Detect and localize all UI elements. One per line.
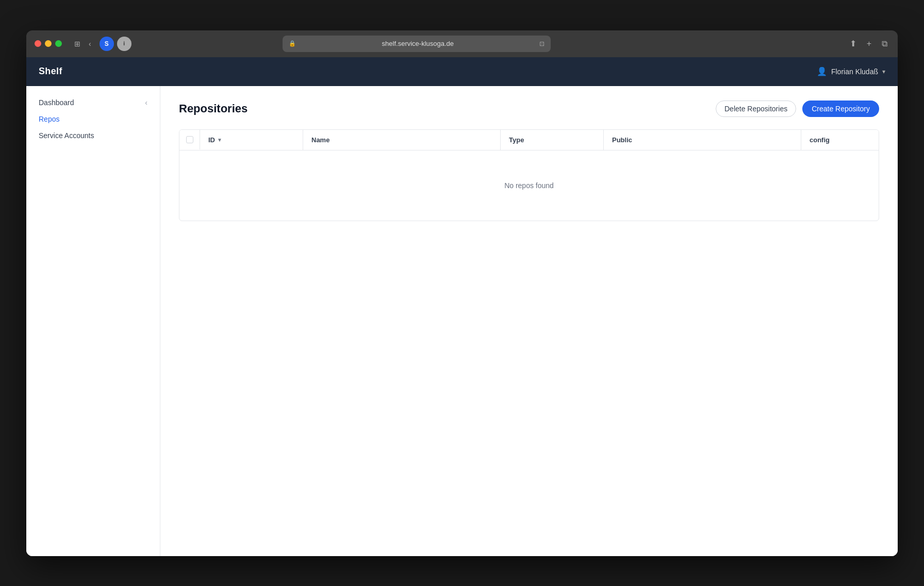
column-config-label: config [810,136,830,144]
column-type-label: Type [509,136,524,144]
user-icon: 👤 [817,66,827,76]
empty-message: No repos found [504,181,554,190]
traffic-lights [35,40,62,47]
shelf-tab[interactable]: S [100,37,114,51]
info-tab-label: i [123,41,125,46]
sidebar-collapse-btn[interactable]: ‹ [145,98,147,107]
sort-icon: ▼ [217,137,222,143]
page-title: Repositories [179,102,248,115]
column-config[interactable]: config [801,130,879,150]
select-all-checkbox[interactable] [186,136,193,143]
address-bar[interactable]: 🔒 shelf.service-klusoga.de ⊡ [283,36,551,52]
page-header: Repositories Delete Repositories Create … [179,101,879,117]
repositories-table: ID ▼ Name Type Public [179,129,879,221]
traffic-light-minimize[interactable] [45,40,52,47]
user-name: Florian Kludaß [831,68,878,76]
back-btn[interactable]: ‹ [87,38,93,50]
traffic-light-maximize[interactable] [55,40,62,47]
browser-actions: ⬆ + ⧉ [848,37,889,51]
create-repository-button[interactable]: Create Repository [802,101,879,117]
column-type[interactable]: Type [501,130,604,150]
column-public[interactable]: Public [604,130,801,150]
reader-icon: ⊡ [539,40,544,47]
user-menu[interactable]: 👤 Florian Kludaß ▾ [817,66,885,76]
column-public-label: Public [612,136,632,144]
browser-toolbar: ⊞ ‹ S i 🔒 shelf.service-klusoga.de ⊡ ⬆ +… [26,30,898,57]
browser-window: ⊞ ‹ S i 🔒 shelf.service-klusoga.de ⊡ ⬆ +… [26,30,898,556]
app-logo: Shelf [39,66,62,77]
column-id-label: ID [208,136,215,144]
tab-bar: S i [100,37,131,51]
tabs-btn[interactable]: ⧉ [880,37,889,51]
column-name-label: Name [311,136,329,144]
sidebar-item-repos[interactable]: Repos [26,111,160,127]
table-header: ID ▼ Name Type Public [179,130,879,150]
app-container: Shelf 👤 Florian Kludaß ▾ Dashboard ‹ Rep… [26,57,898,556]
column-name[interactable]: Name [303,130,501,150]
sidebar: Dashboard ‹ Repos Service Accounts [26,86,160,556]
app-body: Dashboard ‹ Repos Service Accounts Repos… [26,86,898,556]
sidebar-service-accounts-label: Service Accounts [39,131,94,140]
sidebar-item-service-accounts[interactable]: Service Accounts [26,127,160,144]
empty-state: No repos found [179,150,879,221]
share-btn[interactable]: ⬆ [848,37,859,51]
sidebar-item-dashboard[interactable]: Dashboard ‹ [26,94,160,111]
delete-repositories-button[interactable]: Delete Repositories [716,101,796,117]
user-menu-chevron: ▾ [882,68,885,75]
app-header: Shelf 👤 Florian Kludaß ▾ [26,57,898,86]
column-id[interactable]: ID ▼ [200,130,303,150]
sidebar-repos-label: Repos [39,115,59,123]
lock-icon: 🔒 [289,40,296,47]
column-checkbox[interactable] [179,130,200,149]
main-content: Repositories Delete Repositories Create … [160,86,898,556]
traffic-light-close[interactable] [35,40,41,47]
info-tab[interactable]: i [117,37,131,51]
page-actions: Delete Repositories Create Repository [716,101,879,117]
url-text: shelf.service-klusoga.de [300,40,535,47]
browser-controls: ⊞ ‹ [72,38,93,50]
new-tab-btn[interactable]: + [865,37,873,51]
sidebar-dashboard-label: Dashboard [39,98,74,107]
sidebar-toggle-btn[interactable]: ⊞ [72,38,82,50]
